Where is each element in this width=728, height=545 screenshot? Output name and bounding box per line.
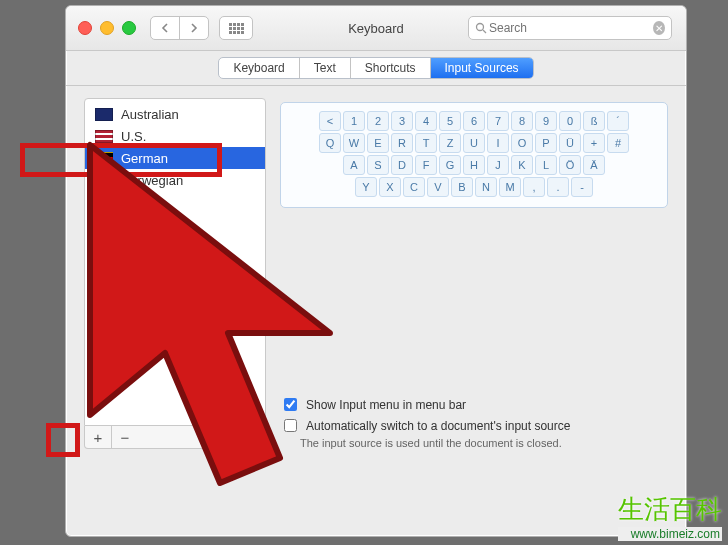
source-label: U.S.: [121, 129, 146, 144]
nav-back-forward[interactable]: [150, 16, 209, 40]
key: -: [571, 177, 593, 197]
key: 3: [391, 111, 413, 131]
key: C: [403, 177, 425, 197]
content-area: Australian U.S. German Norwegian + −: [66, 86, 686, 465]
minimize-button[interactable]: [100, 21, 114, 35]
show-all-button[interactable]: [219, 16, 253, 40]
back-button[interactable]: [151, 17, 179, 39]
key: 6: [463, 111, 485, 131]
source-label: German: [121, 151, 168, 166]
key: R: [391, 133, 413, 153]
tab-segmented-control: Keyboard Text Shortcuts Input Sources: [218, 57, 533, 79]
watermark-url: www.bimeiz.com: [618, 527, 722, 541]
source-item-norwegian[interactable]: Norwegian: [85, 169, 265, 191]
flag-us-icon: [95, 130, 113, 143]
tab-text[interactable]: Text: [299, 58, 350, 78]
input-source-list[interactable]: Australian U.S. German Norwegian: [84, 98, 266, 426]
key: E: [367, 133, 389, 153]
key: B: [451, 177, 473, 197]
tab-input-sources[interactable]: Input Sources: [430, 58, 533, 78]
options-section: Show Input menu in menu bar Automaticall…: [280, 387, 668, 449]
key: +: [583, 133, 605, 153]
add-source-button[interactable]: +: [85, 426, 111, 448]
preferences-window: Keyboard ✕ Keyboard Text Shortcuts Input…: [65, 5, 687, 537]
watermark-title: 生活百科: [618, 492, 722, 527]
chevron-right-icon: [190, 23, 198, 33]
flag-au-icon: [95, 108, 113, 121]
key: 9: [535, 111, 557, 131]
key: A: [343, 155, 365, 175]
key: M: [499, 177, 521, 197]
search-icon: [475, 22, 487, 34]
keyboard-preview: <1234567890ß´QWERTZUIOPÜ+#ASDFGHJKLÖÄYXC…: [280, 102, 668, 208]
key: ß: [583, 111, 605, 131]
key: J: [487, 155, 509, 175]
source-label: Australian: [121, 107, 179, 122]
key: O: [511, 133, 533, 153]
zoom-button[interactable]: [122, 21, 136, 35]
option-note: The input source is used until the docum…: [300, 437, 668, 449]
key: V: [427, 177, 449, 197]
key: T: [415, 133, 437, 153]
remove-source-button[interactable]: −: [111, 426, 138, 448]
key: Ö: [559, 155, 581, 175]
key: L: [535, 155, 557, 175]
option-label: Show Input menu in menu bar: [306, 398, 466, 412]
source-item-us[interactable]: U.S.: [85, 125, 265, 147]
titlebar: Keyboard ✕: [66, 6, 686, 51]
add-remove-bar: + −: [84, 426, 266, 449]
key: Q: [319, 133, 341, 153]
show-menu-checkbox[interactable]: [284, 398, 297, 411]
key: Ü: [559, 133, 581, 153]
key: W: [343, 133, 365, 153]
preview-column: <1234567890ß´QWERTZUIOPÜ+#ASDFGHJKLÖÄYXC…: [280, 98, 668, 449]
option-auto-switch: Automatically switch to a document's inp…: [280, 416, 668, 435]
key: G: [439, 155, 461, 175]
key: H: [463, 155, 485, 175]
grid-icon: [229, 23, 244, 34]
key: X: [379, 177, 401, 197]
key: Y: [355, 177, 377, 197]
key: S: [367, 155, 389, 175]
key: U: [463, 133, 485, 153]
key: .: [547, 177, 569, 197]
clear-search-icon[interactable]: ✕: [653, 21, 665, 35]
key: P: [535, 133, 557, 153]
flag-no-icon: [95, 174, 113, 187]
option-label: Automatically switch to a document's inp…: [306, 419, 570, 433]
key: I: [487, 133, 509, 153]
window-controls: [66, 21, 136, 35]
svg-point-0: [477, 24, 484, 31]
key: 4: [415, 111, 437, 131]
key: <: [319, 111, 341, 131]
auto-switch-checkbox[interactable]: [284, 419, 297, 432]
key: 5: [439, 111, 461, 131]
key: 1: [343, 111, 365, 131]
key: ´: [607, 111, 629, 131]
source-label: Norwegian: [121, 173, 183, 188]
tab-row: Keyboard Text Shortcuts Input Sources: [66, 51, 686, 86]
flag-de-icon: [95, 152, 113, 165]
tab-shortcuts[interactable]: Shortcuts: [350, 58, 430, 78]
close-button[interactable]: [78, 21, 92, 35]
key: ,: [523, 177, 545, 197]
tab-keyboard[interactable]: Keyboard: [219, 58, 298, 78]
key: 7: [487, 111, 509, 131]
watermark: 生活百科 www.bimeiz.com: [618, 492, 722, 541]
key: F: [415, 155, 437, 175]
search-field[interactable]: ✕: [468, 16, 672, 40]
chevron-left-icon: [161, 23, 169, 33]
search-input[interactable]: [487, 20, 653, 36]
key: N: [475, 177, 497, 197]
key: 0: [559, 111, 581, 131]
key: #: [607, 133, 629, 153]
left-column: Australian U.S. German Norwegian + −: [84, 98, 266, 449]
key: Ä: [583, 155, 605, 175]
key: Z: [439, 133, 461, 153]
source-item-australian[interactable]: Australian: [85, 103, 265, 125]
forward-button[interactable]: [179, 17, 208, 39]
option-show-menu: Show Input menu in menu bar: [280, 395, 668, 414]
key: 2: [367, 111, 389, 131]
key: D: [391, 155, 413, 175]
source-item-german[interactable]: German: [85, 147, 265, 169]
